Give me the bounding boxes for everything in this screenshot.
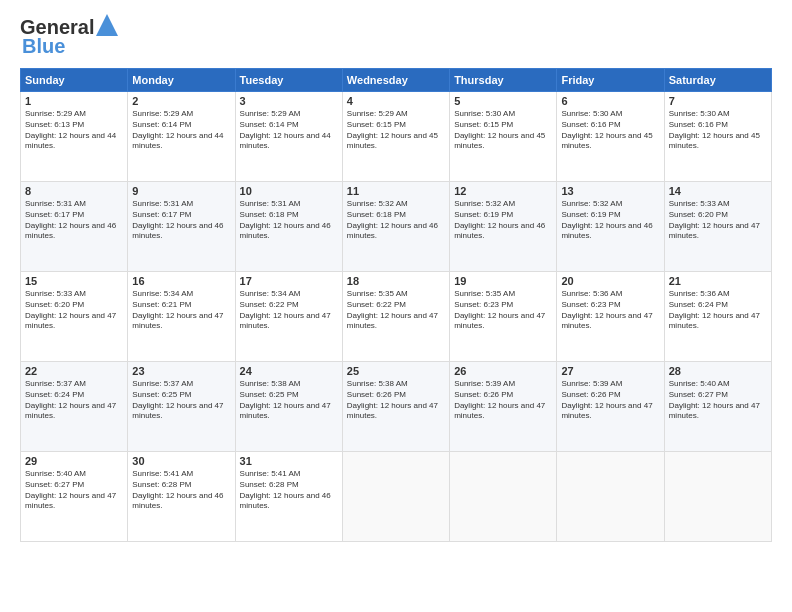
cell-content: Sunrise: 5:33 AMSunset: 6:20 PMDaylight:… bbox=[25, 289, 123, 332]
calendar-table: SundayMondayTuesdayWednesdayThursdayFrid… bbox=[20, 68, 772, 542]
calendar-cell: 13Sunrise: 5:32 AMSunset: 6:19 PMDayligh… bbox=[557, 182, 664, 272]
day-number: 20 bbox=[561, 275, 659, 287]
day-number: 9 bbox=[132, 185, 230, 197]
cell-content: Sunrise: 5:32 AMSunset: 6:19 PMDaylight:… bbox=[454, 199, 552, 242]
week-row-3: 15Sunrise: 5:33 AMSunset: 6:20 PMDayligh… bbox=[21, 272, 772, 362]
calendar-cell: 27Sunrise: 5:39 AMSunset: 6:26 PMDayligh… bbox=[557, 362, 664, 452]
cell-content: Sunrise: 5:41 AMSunset: 6:28 PMDaylight:… bbox=[240, 469, 338, 512]
cell-content: Sunrise: 5:32 AMSunset: 6:18 PMDaylight:… bbox=[347, 199, 445, 242]
header-tuesday: Tuesday bbox=[235, 69, 342, 92]
day-number: 12 bbox=[454, 185, 552, 197]
header-saturday: Saturday bbox=[664, 69, 771, 92]
cell-content: Sunrise: 5:34 AMSunset: 6:21 PMDaylight:… bbox=[132, 289, 230, 332]
calendar-cell: 18Sunrise: 5:35 AMSunset: 6:22 PMDayligh… bbox=[342, 272, 449, 362]
day-number: 28 bbox=[669, 365, 767, 377]
cell-content: Sunrise: 5:38 AMSunset: 6:26 PMDaylight:… bbox=[347, 379, 445, 422]
day-number: 16 bbox=[132, 275, 230, 287]
cell-content: Sunrise: 5:34 AMSunset: 6:22 PMDaylight:… bbox=[240, 289, 338, 332]
day-number: 3 bbox=[240, 95, 338, 107]
calendar-header-row: SundayMondayTuesdayWednesdayThursdayFrid… bbox=[21, 69, 772, 92]
day-number: 6 bbox=[561, 95, 659, 107]
cell-content: Sunrise: 5:31 AMSunset: 6:17 PMDaylight:… bbox=[25, 199, 123, 242]
cell-content: Sunrise: 5:29 AMSunset: 6:15 PMDaylight:… bbox=[347, 109, 445, 152]
calendar-cell: 30Sunrise: 5:41 AMSunset: 6:28 PMDayligh… bbox=[128, 452, 235, 542]
calendar-cell: 28Sunrise: 5:40 AMSunset: 6:27 PMDayligh… bbox=[664, 362, 771, 452]
cell-content: Sunrise: 5:32 AMSunset: 6:19 PMDaylight:… bbox=[561, 199, 659, 242]
week-row-5: 29Sunrise: 5:40 AMSunset: 6:27 PMDayligh… bbox=[21, 452, 772, 542]
header-wednesday: Wednesday bbox=[342, 69, 449, 92]
cell-content: Sunrise: 5:39 AMSunset: 6:26 PMDaylight:… bbox=[561, 379, 659, 422]
calendar-cell: 1Sunrise: 5:29 AMSunset: 6:13 PMDaylight… bbox=[21, 92, 128, 182]
calendar-cell: 8Sunrise: 5:31 AMSunset: 6:17 PMDaylight… bbox=[21, 182, 128, 272]
calendar-cell: 12Sunrise: 5:32 AMSunset: 6:19 PMDayligh… bbox=[450, 182, 557, 272]
calendar-cell bbox=[450, 452, 557, 542]
calendar-cell: 14Sunrise: 5:33 AMSunset: 6:20 PMDayligh… bbox=[664, 182, 771, 272]
day-number: 25 bbox=[347, 365, 445, 377]
cell-content: Sunrise: 5:29 AMSunset: 6:14 PMDaylight:… bbox=[240, 109, 338, 152]
header: General Blue bbox=[20, 16, 772, 58]
day-number: 10 bbox=[240, 185, 338, 197]
day-number: 14 bbox=[669, 185, 767, 197]
day-number: 19 bbox=[454, 275, 552, 287]
calendar-cell: 7Sunrise: 5:30 AMSunset: 6:16 PMDaylight… bbox=[664, 92, 771, 182]
calendar-cell: 16Sunrise: 5:34 AMSunset: 6:21 PMDayligh… bbox=[128, 272, 235, 362]
calendar-cell: 11Sunrise: 5:32 AMSunset: 6:18 PMDayligh… bbox=[342, 182, 449, 272]
cell-content: Sunrise: 5:35 AMSunset: 6:22 PMDaylight:… bbox=[347, 289, 445, 332]
day-number: 13 bbox=[561, 185, 659, 197]
day-number: 18 bbox=[347, 275, 445, 287]
day-number: 5 bbox=[454, 95, 552, 107]
calendar-cell: 26Sunrise: 5:39 AMSunset: 6:26 PMDayligh… bbox=[450, 362, 557, 452]
header-thursday: Thursday bbox=[450, 69, 557, 92]
cell-content: Sunrise: 5:29 AMSunset: 6:13 PMDaylight:… bbox=[25, 109, 123, 152]
logo-arrow-icon bbox=[96, 14, 118, 36]
calendar-cell bbox=[664, 452, 771, 542]
cell-content: Sunrise: 5:36 AMSunset: 6:23 PMDaylight:… bbox=[561, 289, 659, 332]
calendar-cell: 6Sunrise: 5:30 AMSunset: 6:16 PMDaylight… bbox=[557, 92, 664, 182]
calendar-cell: 29Sunrise: 5:40 AMSunset: 6:27 PMDayligh… bbox=[21, 452, 128, 542]
calendar-cell: 10Sunrise: 5:31 AMSunset: 6:18 PMDayligh… bbox=[235, 182, 342, 272]
week-row-4: 22Sunrise: 5:37 AMSunset: 6:24 PMDayligh… bbox=[21, 362, 772, 452]
calendar-cell: 5Sunrise: 5:30 AMSunset: 6:15 PMDaylight… bbox=[450, 92, 557, 182]
cell-content: Sunrise: 5:40 AMSunset: 6:27 PMDaylight:… bbox=[25, 469, 123, 512]
calendar-cell: 15Sunrise: 5:33 AMSunset: 6:20 PMDayligh… bbox=[21, 272, 128, 362]
calendar-cell bbox=[557, 452, 664, 542]
day-number: 15 bbox=[25, 275, 123, 287]
calendar-cell: 3Sunrise: 5:29 AMSunset: 6:14 PMDaylight… bbox=[235, 92, 342, 182]
calendar-cell: 9Sunrise: 5:31 AMSunset: 6:17 PMDaylight… bbox=[128, 182, 235, 272]
cell-content: Sunrise: 5:36 AMSunset: 6:24 PMDaylight:… bbox=[669, 289, 767, 332]
calendar-cell: 2Sunrise: 5:29 AMSunset: 6:14 PMDaylight… bbox=[128, 92, 235, 182]
day-number: 8 bbox=[25, 185, 123, 197]
cell-content: Sunrise: 5:31 AMSunset: 6:18 PMDaylight:… bbox=[240, 199, 338, 242]
day-number: 23 bbox=[132, 365, 230, 377]
day-number: 22 bbox=[25, 365, 123, 377]
cell-content: Sunrise: 5:37 AMSunset: 6:24 PMDaylight:… bbox=[25, 379, 123, 422]
day-number: 26 bbox=[454, 365, 552, 377]
svg-marker-0 bbox=[96, 14, 118, 36]
day-number: 7 bbox=[669, 95, 767, 107]
day-number: 30 bbox=[132, 455, 230, 467]
calendar-cell bbox=[342, 452, 449, 542]
day-number: 29 bbox=[25, 455, 123, 467]
cell-content: Sunrise: 5:30 AMSunset: 6:15 PMDaylight:… bbox=[454, 109, 552, 152]
day-number: 2 bbox=[132, 95, 230, 107]
cell-content: Sunrise: 5:30 AMSunset: 6:16 PMDaylight:… bbox=[669, 109, 767, 152]
day-number: 1 bbox=[25, 95, 123, 107]
header-friday: Friday bbox=[557, 69, 664, 92]
calendar-cell: 24Sunrise: 5:38 AMSunset: 6:25 PMDayligh… bbox=[235, 362, 342, 452]
calendar-cell: 25Sunrise: 5:38 AMSunset: 6:26 PMDayligh… bbox=[342, 362, 449, 452]
cell-content: Sunrise: 5:41 AMSunset: 6:28 PMDaylight:… bbox=[132, 469, 230, 512]
calendar-cell: 21Sunrise: 5:36 AMSunset: 6:24 PMDayligh… bbox=[664, 272, 771, 362]
week-row-1: 1Sunrise: 5:29 AMSunset: 6:13 PMDaylight… bbox=[21, 92, 772, 182]
cell-content: Sunrise: 5:29 AMSunset: 6:14 PMDaylight:… bbox=[132, 109, 230, 152]
cell-content: Sunrise: 5:35 AMSunset: 6:23 PMDaylight:… bbox=[454, 289, 552, 332]
day-number: 4 bbox=[347, 95, 445, 107]
day-number: 11 bbox=[347, 185, 445, 197]
cell-content: Sunrise: 5:38 AMSunset: 6:25 PMDaylight:… bbox=[240, 379, 338, 422]
cell-content: Sunrise: 5:40 AMSunset: 6:27 PMDaylight:… bbox=[669, 379, 767, 422]
calendar-cell: 17Sunrise: 5:34 AMSunset: 6:22 PMDayligh… bbox=[235, 272, 342, 362]
calendar-cell: 20Sunrise: 5:36 AMSunset: 6:23 PMDayligh… bbox=[557, 272, 664, 362]
day-number: 17 bbox=[240, 275, 338, 287]
week-row-2: 8Sunrise: 5:31 AMSunset: 6:17 PMDaylight… bbox=[21, 182, 772, 272]
header-monday: Monday bbox=[128, 69, 235, 92]
calendar-cell: 19Sunrise: 5:35 AMSunset: 6:23 PMDayligh… bbox=[450, 272, 557, 362]
